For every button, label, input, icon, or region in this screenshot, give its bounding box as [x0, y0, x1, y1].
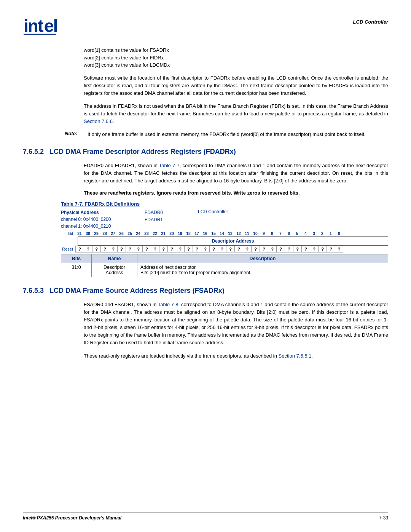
reset-cells: ? ? ? ? ? ? ? ? ? ? ? ? ? ? ? ? ? [75, 246, 343, 252]
bit-2: 2 [318, 231, 327, 236]
r9: ? [151, 246, 159, 252]
intro-line3: word[3] contains the value for LDCMDx [84, 61, 388, 69]
section-765-3-heading: 7.6.5.3 LCD DMA Frame Source Address Reg… [23, 286, 388, 295]
section-number: 7.6.5.2 [23, 148, 44, 155]
r26: ? [293, 246, 301, 252]
r20: ? [243, 246, 251, 252]
bit-16: 16 [201, 231, 209, 236]
section-7-6-6-link[interactable]: Section 7.6.6 [84, 118, 113, 124]
reg-controller-label: LCD Controller [198, 209, 228, 214]
table-77-heading: Table 7-7. FDADRx Bit Definitions [61, 201, 388, 207]
desc-line1: Address of next descriptor. [140, 265, 385, 270]
body-paragraph-2: The address in FDADRx is not used when t… [84, 102, 388, 125]
section-765-3-body1: FSADR0 and FSADR1, shown in Table 7-8, c… [84, 301, 388, 347]
r11: ? [167, 246, 176, 252]
bit-0: 0 [335, 231, 343, 236]
bit-31: 31 [75, 231, 84, 236]
bit-22: 22 [151, 231, 159, 236]
bit-4: 4 [301, 231, 310, 236]
table-7-7-link[interactable]: Table 7-7 [159, 163, 180, 168]
bit-21: 21 [159, 231, 167, 236]
desc-cell: Address of next descriptor. Bits [2:0] m… [137, 263, 388, 277]
intro-lines: word[1] contains the value for FSADRx wo… [84, 46, 388, 69]
bit-24: 24 [134, 231, 142, 236]
register-table-container: Physical Address channel 0: 0x4400_0200 … [61, 209, 388, 277]
bit-18: 18 [184, 231, 193, 236]
section-765-2-body: FDADR0 and FDADR1, shown in Table 7-7, c… [84, 162, 388, 185]
section-765-3-body2: These read-only registers are loaded ind… [84, 352, 388, 360]
bit-17: 17 [193, 231, 201, 236]
phys-addr-block: Physical Address channel 0: 0x4400_0200 … [61, 209, 145, 230]
bit-5: 5 [293, 231, 301, 236]
r13: ? [184, 246, 193, 252]
phys-addr-label: Physical Address [61, 209, 145, 216]
bit-23: 23 [142, 231, 151, 236]
col-bits: Bits [61, 254, 92, 263]
desc-line2: Bits [2:0] must be zero for proper memor… [140, 270, 385, 275]
r24: ? [276, 246, 285, 252]
r30: ? [327, 246, 335, 252]
col-description: Description [137, 254, 388, 263]
bit-20: 20 [167, 231, 176, 236]
bit-8: 8 [268, 231, 276, 236]
section-765-1-link[interactable]: Section 7.6.5.1. [279, 353, 313, 359]
reset-label: Reset [61, 247, 75, 251]
r16: ? [209, 246, 218, 252]
r27: ? [301, 246, 310, 252]
bit-30: 30 [84, 231, 92, 236]
r14: ? [193, 246, 201, 252]
bit-12: 12 [234, 231, 243, 236]
r10: ? [159, 246, 167, 252]
r28: ? [310, 246, 318, 252]
table-7-8-link[interactable]: Table 7-8 [158, 302, 178, 307]
main-content: word[1] contains the value for FSADRx wo… [23, 46, 388, 360]
bit-numbers: 31 30 29 28 27 26 25 24 23 22 21 20 19 1… [75, 231, 343, 236]
bit-28: 28 [100, 231, 109, 236]
table-row: 31:0 DescriptorAddress Address of next d… [61, 263, 388, 277]
r4: ? [109, 246, 117, 252]
bit-26: 26 [117, 231, 126, 236]
descriptor-address-cell: Descriptor Address [78, 236, 388, 246]
r18: ? [226, 246, 234, 252]
r15: ? [201, 246, 209, 252]
bit-row-label: Bit [61, 231, 75, 236]
note-label: Note: [65, 131, 84, 138]
note-content: If only one frame buffer is used in exte… [88, 131, 366, 138]
r19: ? [234, 246, 243, 252]
section-765-3-number: 7.6.5.3 [23, 287, 44, 294]
reg-names-block: FDADR0 FDADR1 [145, 209, 190, 224]
bit-1: 1 [327, 231, 335, 236]
bit-25: 25 [126, 231, 134, 236]
bit-27: 27 [109, 231, 117, 236]
section-765-3-title: LCD DMA Frame Source Address Registers (… [49, 287, 225, 294]
r8: ? [142, 246, 151, 252]
bit-7: 7 [276, 231, 285, 236]
r23: ? [268, 246, 276, 252]
bit-11: 11 [243, 231, 251, 236]
bit-13: 13 [226, 231, 234, 236]
body-paragraph-1: Software must write the location of the … [84, 74, 388, 97]
r0: ? [75, 246, 84, 252]
bits-cell: 31:0 [61, 263, 92, 277]
footer-right: 7-33 [379, 515, 388, 521]
intro-line2: word[2] contains the value for FIDRx [84, 54, 388, 62]
desc-table: Bits Name Description 31:0 DescriptorAdd… [61, 254, 388, 277]
r17: ? [218, 246, 226, 252]
bit-10: 10 [251, 231, 260, 236]
r6: ? [126, 246, 134, 252]
reset-row: Reset ? ? ? ? ? ? ? ? ? ? ? ? ? ? ? [61, 246, 388, 252]
r31: ? [335, 246, 343, 252]
phys-addr-ch1: channel 1: 0x4400_0210 [61, 223, 145, 230]
r25: ? [285, 246, 293, 252]
descriptor-address-row: Descriptor Address [78, 236, 388, 246]
r21: ? [251, 246, 260, 252]
bit-3: 3 [310, 231, 318, 236]
bit-19: 19 [176, 231, 184, 236]
r1: ? [84, 246, 92, 252]
r29: ? [318, 246, 327, 252]
page: int el int ® LCD Controller word[1] cont… [0, 0, 411, 532]
bit-9: 9 [260, 231, 268, 236]
bold-warning: These are read/write registers. Ignore r… [84, 190, 388, 196]
r7: ? [134, 246, 142, 252]
note-block: Note: If only one frame buffer is used i… [65, 131, 388, 138]
